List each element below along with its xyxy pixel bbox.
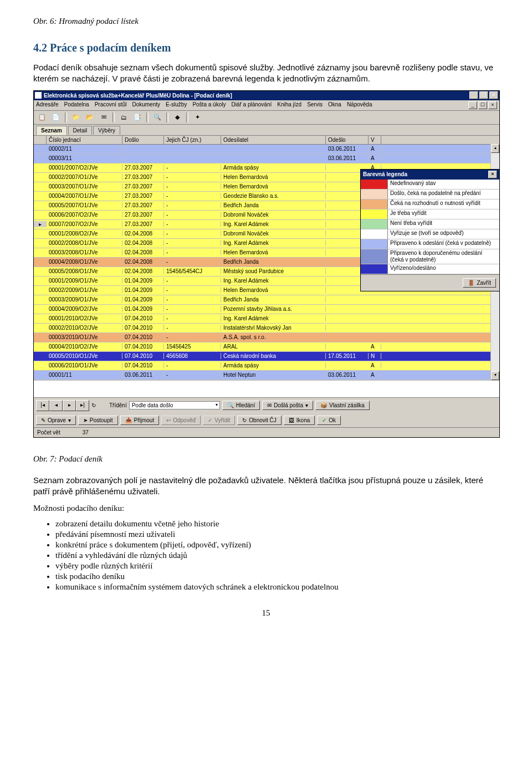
search-icon: 🔍 [227, 402, 234, 408]
legend-close-icon[interactable]: × [488, 171, 497, 178]
toolbar-icon[interactable]: ✦ [191, 112, 203, 123]
toolbar-icon[interactable]: 📂 [84, 112, 96, 123]
cell-cj: 00003/11 [47, 155, 122, 161]
scroll-down-icon[interactable]: ▾ [491, 371, 499, 380]
figure-6-caption: Obr. 6: Hromadný podací lístek [33, 17, 499, 26]
nav-refresh-button[interactable]: ↻ [91, 402, 96, 408]
cell-cj: 00002/2009/O1/JVe [47, 287, 122, 293]
cell-doslo: 07.04.2010 [122, 334, 164, 340]
cell-jcj: 4565608 [164, 353, 221, 359]
cell-doslo: 02.04.2008 [122, 240, 164, 246]
toolbar-icon[interactable]: 🔍 [151, 112, 163, 123]
menu-pracovni-stul[interactable]: Pracovní stůl [95, 101, 127, 109]
close-button[interactable]: × [489, 91, 498, 99]
menu-napoveda[interactable]: Nápověda [347, 101, 372, 109]
obnovit-cj-button[interactable]: ↻Obnovit ČJ [237, 416, 281, 425]
cell-doslo: 01.04.2009 [122, 306, 164, 312]
table-row[interactable]: 00004/2010/O2/JVe07.04.201015456425ARALA [34, 342, 499, 352]
legend-color-swatch [361, 219, 388, 229]
legend-row: Čeká na rozhodnutí o nutnosti vyřídit [361, 199, 499, 209]
cell-odesilatel: Ing. Karel Adámek [221, 278, 326, 284]
cell-doslo: 27.03.2007 [122, 193, 164, 199]
col-doslo[interactable]: Došlo [122, 136, 164, 144]
table-row[interactable]: 00001/2010/O2/JVe07.04.2010-Ing. Karel A… [34, 314, 499, 324]
mdi-maximize-button[interactable]: ☐ [478, 101, 487, 109]
table-row[interactable]: 00003/2010/O1/JVe07.04.2010-A.S.A. spol.… [34, 333, 499, 342]
table-row[interactable]: 00003/1103.06.2011A [34, 154, 499, 163]
table-row[interactable]: 00005/2010/O1/JVe07.04.20104565608Česká … [34, 352, 499, 361]
ok-button[interactable]: ✓Ok [317, 416, 341, 425]
mdi-close-button[interactable]: × [488, 101, 497, 109]
vlastni-zasilka-button[interactable]: 📦Vlastní zásilka [315, 401, 370, 410]
toolbar-icon[interactable]: 📄 [50, 112, 62, 123]
toolbar-icon[interactable]: 📁 [70, 112, 82, 123]
menu-okna[interactable]: Okna [328, 101, 341, 109]
minimize-button[interactable]: _ [469, 91, 478, 99]
menu-esluzby[interactable]: E-služby [166, 101, 187, 109]
table-row[interactable]: 00002/2010/O2/JVe07.04.2010-Instalatérst… [34, 324, 499, 333]
mail-in-icon: ✉ [267, 402, 272, 408]
toolbar-icon[interactable]: 📋 [36, 112, 48, 123]
table-row[interactable]: 00004/2009/O2/JVe01.04.2009-Pozemní stav… [34, 305, 499, 314]
menu-servis[interactable]: Servis [307, 101, 323, 109]
table-row[interactable]: 00002/1103.06.2011A [34, 145, 499, 154]
scroll-up-icon[interactable]: ▴ [491, 144, 499, 153]
col-odeslo[interactable]: Odešlo [326, 136, 369, 144]
cell-doslo: 27.03.2007 [122, 212, 164, 218]
table-row[interactable]: 00001/1103.06.2011-Hotel Neptun03.06.201… [34, 371, 499, 380]
menu-kniha-jizd[interactable]: Kniha jízd [277, 101, 301, 109]
hledani-button[interactable]: 🔍Hledání [222, 401, 260, 410]
col-cislo-jednaci[interactable]: Číslo jednací [47, 136, 122, 144]
cell-odesilatel: Pozemní stavby Jihlava a.s. [221, 306, 326, 312]
col-odesilatel[interactable]: Odesílatel [221, 136, 326, 144]
list-item: konkrétní práce s dokumentem (přijetí, o… [55, 540, 499, 550]
reply-icon: ↩ [166, 417, 171, 423]
ikona-button[interactable]: 🖼Ikona [284, 416, 315, 425]
cell-cj: 00004/2010/O2/JVe [47, 344, 122, 350]
dosla-posta-button[interactable]: ✉Došlá pošta▾ [262, 401, 313, 410]
col-v[interactable]: V [369, 136, 381, 144]
maximize-button[interactable]: ☐ [479, 91, 488, 99]
mdi-minimize-button[interactable]: _ [468, 101, 477, 109]
legend-row: Připraveno k doporučenému odeslání (čeká… [361, 249, 499, 264]
sort-select[interactable]: Podle data došlo [129, 401, 220, 409]
postoupit-button[interactable]: ➤Postoupit [78, 416, 118, 425]
cell-cj: 00002/2008/O1/JVe [47, 240, 122, 246]
toolbar-icon[interactable]: ✉ [98, 112, 110, 123]
table-row[interactable]: 00006/2010/O1/JVe07.04.2010-Armáda spásy… [34, 361, 499, 371]
toolbar-icon[interactable]: 📑 [131, 112, 144, 123]
nav-first-button[interactable]: |◂ [36, 400, 49, 411]
refresh-icon: ↻ [242, 417, 247, 423]
oprave-button[interactable]: ✎Oprave▾ [36, 416, 76, 425]
nav-prev-button[interactable]: ◂ [49, 400, 63, 411]
prijmout-button[interactable]: 📥Přijmout [120, 416, 160, 425]
cell-cj: 00004/2007/O1/JVe [47, 193, 122, 199]
cell-cj: 00001/2008/O2/JVe [47, 231, 122, 237]
cell-v: A [369, 146, 381, 152]
toolbar-icon[interactable]: ◆ [171, 112, 183, 123]
tab-seznam[interactable]: Seznam [36, 126, 67, 135]
menu-adresare[interactable]: Adresáře [36, 101, 59, 109]
tab-vybery[interactable]: Výběry [93, 126, 120, 135]
toolbar-icon[interactable]: 🗂 [117, 112, 130, 123]
table-row[interactable]: 00003/2009/O1/JVe01.04.2009-Bedřich Jand… [34, 295, 499, 305]
tab-detail[interactable]: Detail [68, 126, 93, 135]
nav-last-button[interactable]: ▸| [76, 400, 89, 411]
window-title: Elektronická spisová služba+Kancelář Plu… [44, 93, 469, 99]
menu-podatelna[interactable]: Podatelna [64, 101, 89, 109]
legend-close-button[interactable]: 🚪 Zavřít [463, 278, 496, 288]
paragraph-2: Seznam zobrazovaných polí je nastaviteln… [33, 475, 499, 498]
menu-dokumenty[interactable]: Dokumenty [132, 101, 160, 109]
cell-jcj: - [164, 334, 221, 340]
cell-odesilatel: Geodezie Blansko a.s. [221, 193, 326, 199]
menu-diar[interactable]: Diář a plánování [231, 101, 272, 109]
cell-jcj: 15456425 [164, 344, 221, 350]
list-item: tisk podacího deníku [55, 572, 499, 581]
col-jejich-cj[interactable]: Jejich ČJ (zn.) [164, 136, 221, 144]
cell-jcj: 15456/5454CJ [164, 268, 221, 274]
cell-doslo: 01.04.2009 [122, 296, 164, 303]
menu-posta-ukoly[interactable]: Pošta a úkoly [192, 101, 226, 109]
record-count-value: 37 [83, 429, 89, 436]
nav-next-button[interactable]: ▸ [63, 400, 76, 411]
legend-text: Čeká na rozhodnutí o nutnosti vyřídit [388, 199, 499, 209]
